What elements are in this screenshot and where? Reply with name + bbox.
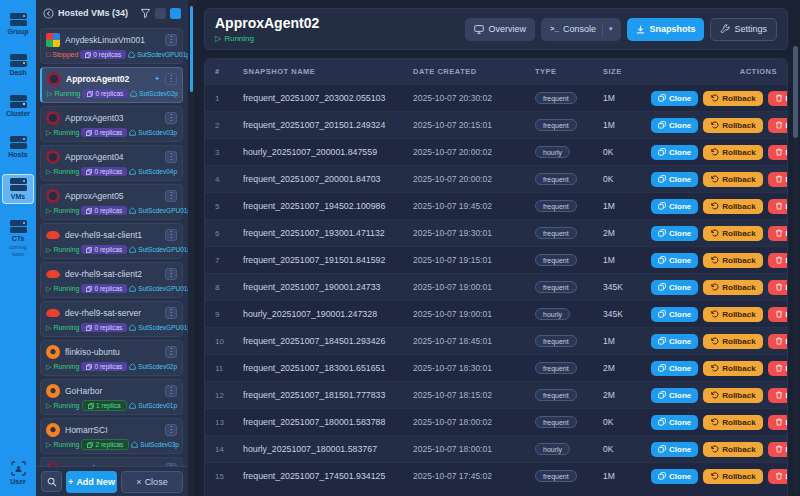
delete-button[interactable]: Delete: [768, 388, 788, 403]
vm-list-item[interactable]: HomarrSCI ✦ ⋮ ▷ □ Running 2 replicas: [40, 418, 183, 454]
delete-button[interactable]: Delete: [768, 145, 788, 160]
rollback-button[interactable]: Rollback: [703, 199, 762, 214]
vm-list-item[interactable]: dev-rhel9-sat-server ✦ ⋮ ▷ □ Running 0 r…: [40, 301, 183, 337]
vm-host-link[interactable]: SutScdevGPU01p: [129, 324, 188, 331]
vm-list-scrollbar[interactable]: [188, 0, 195, 496]
rollback-button[interactable]: Rollback: [703, 91, 762, 106]
rollback-button[interactable]: Rollback: [703, 442, 762, 457]
clone-button[interactable]: Clone: [651, 307, 698, 322]
kebab-menu-icon[interactable]: ⋮: [165, 112, 177, 124]
delete-button[interactable]: Delete: [768, 361, 788, 376]
clone-button[interactable]: Clone: [651, 118, 698, 133]
kebab-menu-icon[interactable]: ⋮: [165, 34, 177, 46]
tab-overview[interactable]: Overview: [465, 18, 535, 41]
collapse-circle-icon[interactable]: [43, 8, 54, 19]
vm-list-item[interactable]: GoHarbor ✦ ⋮ ▷ □ Running 1 replica: [40, 379, 183, 415]
clone-button[interactable]: Clone: [651, 172, 698, 187]
vm-list-item[interactable]: AnydeskLinuxVm001 ✦ ⋮ ▷ □ Stopped 0 repl…: [40, 28, 183, 64]
vm-list-item[interactable]: ApproxAgent02 ✦ ⋮ ▷ □ Running 0 replicas: [40, 67, 183, 103]
vm-list-item[interactable]: dev-rhel9-sat-client2 ✦ ⋮ ▷ □ Running 0 …: [40, 262, 183, 298]
delete-button[interactable]: Delete: [768, 307, 788, 322]
vm-list-item[interactable]: ApproxAgent03 ✦ ⋮ ▷ □ Running 0 replicas: [40, 106, 183, 142]
vm-host-link[interactable]: SutScdev02p: [129, 363, 177, 370]
tab-settings[interactable]: Settings: [710, 18, 777, 41]
rollback-button[interactable]: Rollback: [703, 118, 762, 133]
delete-button[interactable]: Delete: [768, 118, 788, 133]
kebab-menu-icon[interactable]: ⋮: [165, 424, 177, 436]
delete-button[interactable]: Delete: [768, 415, 788, 430]
vm-host-link[interactable]: SutScdev04p: [129, 168, 177, 175]
clone-button[interactable]: Clone: [651, 226, 698, 241]
rollback-button[interactable]: Rollback: [703, 253, 762, 268]
clone-button[interactable]: Clone: [651, 145, 698, 160]
tab-console[interactable]: >_ Console ▾: [541, 18, 622, 41]
tab-snapshots[interactable]: Snapshots: [627, 18, 704, 41]
sidebar-item-cluster[interactable]: Cluster: [2, 92, 34, 120]
kebab-menu-icon[interactable]: ⋮: [165, 268, 177, 280]
vm-host-link[interactable]: SutScdevGPU01p: [129, 285, 188, 292]
main-scrollbar[interactable]: [793, 44, 798, 492]
sidebar-item-group[interactable]: Group: [2, 10, 34, 38]
add-new-button[interactable]: + Add New: [66, 471, 117, 493]
rollback-button[interactable]: Rollback: [703, 334, 762, 349]
clone-button[interactable]: Clone: [651, 280, 698, 295]
vm-list-item[interactable]: ApproxAgent04 ✦ ⋮ ▷ □ Running 0 replicas: [40, 145, 183, 181]
kebab-menu-icon[interactable]: ⋮: [165, 385, 177, 397]
vm-host-link[interactable]: SutScdev03p: [131, 441, 179, 448]
clone-button[interactable]: Clone: [651, 334, 698, 349]
kebab-menu-icon[interactable]: ⋮: [165, 346, 177, 358]
clone-button[interactable]: Clone: [651, 361, 698, 376]
rollback-button[interactable]: Rollback: [703, 145, 762, 160]
kebab-menu-icon[interactable]: ⋮: [165, 229, 177, 241]
delete-button[interactable]: Delete: [768, 469, 788, 484]
clone-button[interactable]: Clone: [651, 253, 698, 268]
rollback-button[interactable]: Rollback: [703, 226, 762, 241]
rollback-button[interactable]: Rollback: [703, 280, 762, 295]
vm-list-scrollbar-thumb[interactable]: [190, 6, 193, 92]
filter-icon[interactable]: [140, 8, 151, 19]
sidebar-item-user[interactable]: User: [2, 458, 34, 488]
vm-host-link[interactable]: SutScdev02p: [130, 90, 178, 97]
rollback-button[interactable]: Rollback: [703, 361, 762, 376]
vm-host-link[interactable]: SutScdev03p: [129, 129, 177, 136]
rollback-button[interactable]: Rollback: [703, 469, 762, 484]
rollback-button[interactable]: Rollback: [703, 415, 762, 430]
rollback-button[interactable]: Rollback: [703, 388, 762, 403]
kebab-menu-icon[interactable]: ⋮: [165, 151, 177, 163]
sidebar-item-cts[interactable]: CTs coming soon: [2, 217, 34, 260]
vm-list-item[interactable]: ApproxAgent05 ✦ ⋮ ▷ □ Running 0 replicas: [40, 184, 183, 220]
kebab-menu-icon[interactable]: ⋮: [165, 73, 177, 85]
delete-button[interactable]: Delete: [768, 280, 788, 295]
close-list-button[interactable]: × Close: [121, 471, 183, 493]
sidebar-item-dash[interactable]: Dash: [2, 51, 34, 79]
vm-host-link[interactable]: SutScdev01p: [129, 402, 177, 409]
vm-host-link[interactable]: SutScdevGPU01p: [129, 246, 188, 253]
vm-list-item[interactable]: dev-rhel9-sat-client1 ✦ ⋮ ▷ □ Running 0 …: [40, 223, 183, 259]
delete-button[interactable]: Delete: [768, 172, 788, 187]
delete-button[interactable]: Delete: [768, 91, 788, 106]
main-scrollbar-thumb[interactable]: [793, 46, 798, 138]
delete-button[interactable]: Delete: [768, 199, 788, 214]
sidebar-item-hosts[interactable]: Hosts: [2, 133, 34, 161]
search-button[interactable]: [41, 471, 62, 492]
delete-button[interactable]: Delete: [768, 226, 788, 241]
chevron-down-icon[interactable]: ▾: [609, 25, 613, 33]
delete-button[interactable]: Delete: [768, 253, 788, 268]
clone-button[interactable]: Clone: [651, 469, 698, 484]
delete-button[interactable]: Delete: [768, 334, 788, 349]
rollback-button[interactable]: Rollback: [703, 307, 762, 322]
vm-list-item[interactable]: flinkiso-ubuntu ✦ ⋮ ▷ □ Running 0 replic…: [40, 340, 183, 376]
grid-view-toggle[interactable]: [155, 8, 166, 19]
kebab-menu-icon[interactable]: ⋮: [165, 307, 177, 319]
clone-button[interactable]: Clone: [651, 91, 698, 106]
vm-host-link[interactable]: SutScdevGPU01p: [129, 207, 188, 214]
kebab-menu-icon[interactable]: ⋮: [165, 190, 177, 202]
clone-button[interactable]: Clone: [651, 442, 698, 457]
clone-button[interactable]: Clone: [651, 415, 698, 430]
rollback-button[interactable]: Rollback: [703, 172, 762, 187]
list-view-toggle[interactable]: [170, 8, 181, 19]
clone-button[interactable]: Clone: [651, 388, 698, 403]
clone-button[interactable]: Clone: [651, 199, 698, 214]
delete-button[interactable]: Delete: [768, 442, 788, 457]
sidebar-item-vms[interactable]: VMs: [2, 174, 34, 204]
